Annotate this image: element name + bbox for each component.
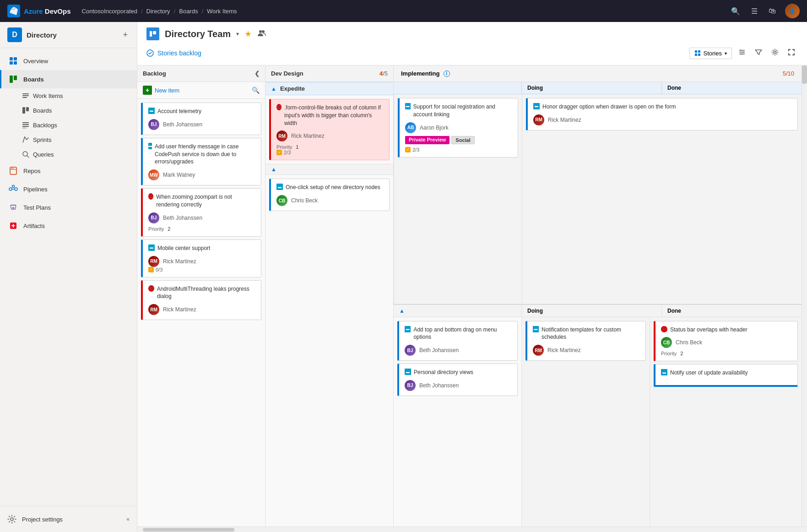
svg-rect-4 bbox=[10, 76, 13, 83]
user-avatar[interactable]: 👤 bbox=[785, 4, 800, 18]
card-status-bar[interactable]: 🐞 Status bar overlaps with header CB Chr… bbox=[654, 321, 798, 362]
swimlane2-toggle[interactable]: ▲ bbox=[265, 164, 393, 175]
implementing-expedite-doing-header bbox=[394, 82, 522, 94]
svg-point-32 bbox=[262, 30, 265, 33]
card-codepush[interactable]: ▬ Add user friendly message in case Code… bbox=[141, 138, 261, 185]
assignee-name: Rick Martinez bbox=[548, 117, 581, 123]
card-account-telemetry[interactable]: ▬ Account telemetry BJ Beth Johanssen bbox=[141, 103, 261, 135]
sidebar-item-queries[interactable]: Queries bbox=[0, 147, 137, 162]
card-form-control[interactable]: 🐞 .form-control-file breaks out of colum… bbox=[269, 99, 390, 160]
doing-label: Doing bbox=[522, 82, 548, 94]
scrollbar-thumb[interactable] bbox=[802, 65, 807, 84]
svg-rect-6 bbox=[22, 93, 29, 94]
svg-point-28 bbox=[11, 518, 13, 521]
tasks-icon: ✓ bbox=[148, 267, 154, 272]
tasks-badge: ✓ 0/3 bbox=[148, 267, 255, 272]
card-drag-menu[interactable]: ▬ Add top and bottom drag on menu option… bbox=[397, 321, 518, 361]
card-one-click[interactable]: ▬ One-click setup of new directory nodes… bbox=[269, 179, 390, 211]
top-nav: Azure DevOps ContosoIncorporated / Direc… bbox=[0, 0, 807, 22]
svg-point-20 bbox=[13, 168, 14, 169]
new-item-bar: + New item 🔍 bbox=[137, 82, 265, 99]
backlog-col-header: Backlog ❮ bbox=[137, 65, 265, 82]
tasks-icon: ✓ bbox=[405, 147, 411, 152]
favorite-icon[interactable]: ★ bbox=[244, 29, 252, 39]
pipelines-icon bbox=[9, 185, 18, 194]
swimlane2-toggle-icon: ▲ bbox=[271, 166, 276, 173]
board-vertical-scrollbar[interactable] bbox=[802, 65, 807, 527]
svg-point-44 bbox=[774, 51, 776, 54]
sidebar-item-workitems[interactable]: Work Items bbox=[0, 88, 137, 103]
sidebar-item-pipelines[interactable]: Pipelines bbox=[0, 180, 137, 198]
board-horizontal-scrollbar[interactable] bbox=[137, 527, 807, 532]
svg-point-26 bbox=[12, 207, 14, 209]
tag-private-preview: Private Preview bbox=[405, 136, 450, 144]
breadcrumb-org[interactable]: ContosoIncorporated bbox=[82, 8, 137, 15]
svg-point-24 bbox=[12, 185, 15, 188]
implementing-done-body: ▬ Honor dragger option when drawer is op… bbox=[522, 94, 802, 304]
configure-icon[interactable] bbox=[736, 46, 748, 60]
project-icon: D bbox=[7, 27, 22, 42]
add-team-button[interactable]: + bbox=[121, 28, 130, 42]
search-icon[interactable]: 🔍 bbox=[729, 5, 742, 17]
sidebar-item-sprints[interactable]: Sprints bbox=[0, 132, 137, 147]
assignee-avatar: AB bbox=[405, 122, 416, 133]
implementing-section: Implementing i 5/10 Doing Done bbox=[394, 65, 802, 527]
assignee-avatar: RM bbox=[533, 114, 544, 125]
view-selector[interactable]: Stories ▾ bbox=[689, 48, 732, 59]
card-android-threading[interactable]: 🐞 AndroidMultiThreading leaks progress d… bbox=[141, 280, 261, 320]
swimlane2-collapse-icon: ▲ bbox=[399, 308, 405, 314]
story-icon: ▬ bbox=[533, 103, 540, 109]
new-item-button[interactable]: + New item bbox=[143, 86, 248, 95]
sprints-icon bbox=[22, 136, 29, 143]
sidebar-item-boards2[interactable]: Boards bbox=[0, 103, 137, 118]
filter-icon[interactable] bbox=[752, 46, 765, 60]
card-social-registration[interactable]: ▬ Support for social registration and ac… bbox=[398, 98, 518, 157]
sidebar-item-testplans[interactable]: Test Plans bbox=[0, 198, 137, 217]
implementing-swimlane2-toggle[interactable]: ▲ Doing Done bbox=[394, 304, 802, 317]
sidebar-item-overview[interactable]: Overview bbox=[0, 52, 137, 70]
svg-rect-3 bbox=[14, 61, 17, 65]
breadcrumb-workitems[interactable]: Work Items bbox=[207, 8, 237, 15]
card-assignee: BJ Beth Johanssen bbox=[148, 119, 255, 130]
sidebar-item-boards[interactable]: Boards bbox=[0, 70, 137, 88]
team-members-icon[interactable] bbox=[257, 28, 266, 40]
backlog-col-collapse[interactable]: ❮ bbox=[255, 70, 260, 77]
toolbar: Stories ▾ bbox=[689, 46, 798, 60]
sidebar-item-repos[interactable]: Repos bbox=[0, 162, 137, 180]
card-honor-dragger[interactable]: ▬ Honor dragger option when drawer is op… bbox=[526, 98, 798, 130]
card-mobile-center[interactable]: ▬ Mobile center support RM Rick Martinez… bbox=[141, 239, 261, 277]
card-zooming[interactable]: 🐞 When zooming zoompart is not rendering… bbox=[141, 188, 261, 237]
bag-icon[interactable]: 🛍 bbox=[767, 5, 778, 17]
svg-point-21 bbox=[9, 188, 12, 190]
assignee-avatar: RM bbox=[276, 130, 287, 141]
card-personal-directory[interactable]: ▬ Personal directory views BJ Beth Johan… bbox=[397, 364, 518, 396]
expedite-swimlane-header[interactable]: ▲ Expedite bbox=[265, 82, 393, 95]
card-notification-templates[interactable]: ▬ Notification templates for custom sche… bbox=[525, 321, 646, 361]
list-icon[interactable]: ☰ bbox=[749, 5, 759, 17]
breadcrumb-project[interactable]: Directory bbox=[146, 8, 170, 15]
backlog-search-icon[interactable]: 🔍 bbox=[252, 87, 260, 94]
horizontal-scrollbar-thumb[interactable] bbox=[143, 528, 234, 532]
settings-board-icon[interactable] bbox=[769, 46, 781, 60]
sidebar-header: D Directory + bbox=[0, 22, 137, 48]
page-title-row: Directory Team ▾ ★ bbox=[146, 27, 798, 40]
card-title: 🐞 AndroidMultiThreading leaks progress d… bbox=[148, 285, 255, 301]
assignee-name: Aaron Bjork bbox=[420, 125, 449, 131]
card-notify-update[interactable]: ▬ Notify user of update availability bbox=[654, 364, 798, 387]
expand-icon[interactable] bbox=[785, 46, 798, 60]
sidebar-item-artifacts[interactable]: Artifacts bbox=[0, 217, 137, 235]
card-assignee: RM Rick Martinez bbox=[148, 256, 255, 267]
backlog-link[interactable]: Stories backlog bbox=[146, 49, 201, 57]
dev-design-count: 4/5 bbox=[379, 70, 388, 77]
implementing-info-icon[interactable]: i bbox=[444, 71, 450, 77]
team-dropdown-chevron[interactable]: ▾ bbox=[236, 31, 239, 37]
backlog-bar: Stories backlog Stories ▾ bbox=[146, 46, 798, 65]
breadcrumb-boards[interactable]: Boards bbox=[179, 8, 198, 15]
sidebar-item-backlogs-label: Backlogs bbox=[33, 122, 57, 129]
sidebar-collapse-icon[interactable]: « bbox=[126, 516, 130, 522]
sidebar-item-backlogs[interactable]: Backlogs bbox=[0, 118, 137, 132]
logo[interactable]: Azure DevOps bbox=[7, 5, 71, 17]
sidebar-item-artifacts-label: Artifacts bbox=[23, 223, 45, 229]
card-assignee: AB Aaron Bjork bbox=[405, 122, 512, 133]
sidebar-item-settings[interactable]: Project settings « bbox=[0, 510, 137, 528]
